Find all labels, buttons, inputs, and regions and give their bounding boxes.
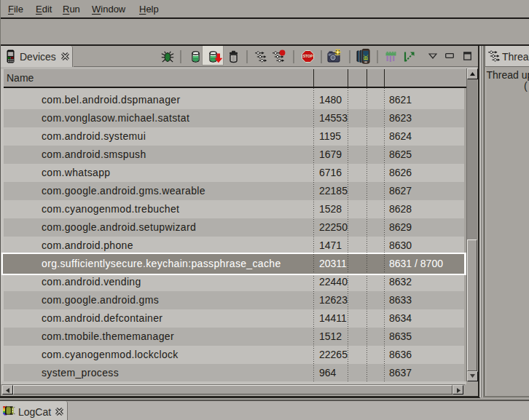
svg-text:STOP: STOP bbox=[302, 54, 313, 58]
